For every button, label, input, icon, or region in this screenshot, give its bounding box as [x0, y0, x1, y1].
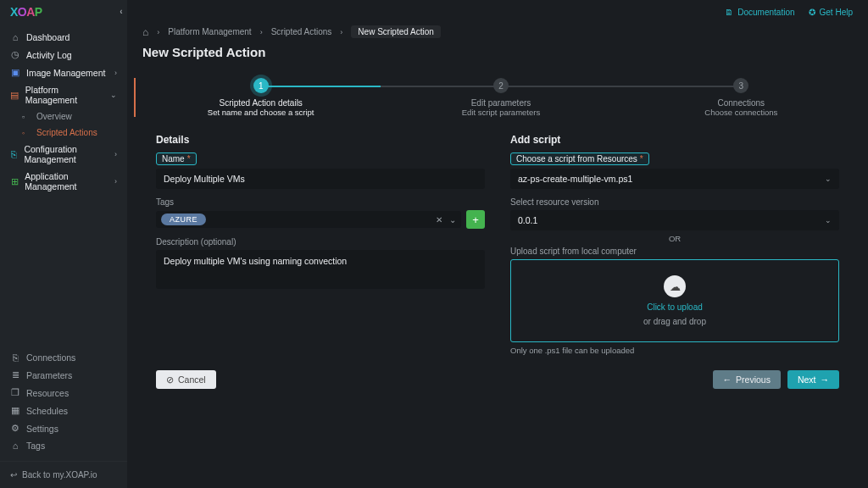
step-subtitle: Edit script parameters	[462, 108, 540, 117]
chevron-down-icon[interactable]: ⌄	[449, 215, 456, 225]
sidebar-item-tags[interactable]: ⌂Tags	[0, 437, 127, 454]
tag-icon: ⌂	[10, 441, 20, 451]
chevron-right-icon: ›	[114, 150, 117, 158]
details-column: Details Name* Tags AZURE ✕ ⌄ + Descripti…	[156, 129, 485, 355]
upload-label: Upload script from local computer	[510, 247, 839, 256]
tags-label: Tags	[156, 197, 485, 207]
sidebar-item-label: Activity Log	[26, 50, 72, 60]
form-content: Details Name* Tags AZURE ✕ ⌄ + Descripti…	[127, 122, 868, 355]
arrow-left-icon: ←	[723, 374, 732, 385]
home-icon: ⌂	[10, 32, 20, 42]
name-label: Name*	[156, 152, 197, 165]
sidebar: XOAP ‹ ⌂Dashboard ◷Activity Log ▣Image M…	[0, 0, 127, 488]
sidebar-item-image-mgmt[interactable]: ▣Image Management›	[0, 64, 127, 81]
dot-icon: ▫	[22, 113, 31, 121]
upload-hint: Only one .ps1 file can be uploaded	[510, 346, 839, 355]
step-title: Edit parameters	[471, 98, 531, 108]
script-select[interactable]: az-ps-create-multiple-vm.ps1 ⌄	[510, 169, 839, 189]
sidebar-item-label: Configuration Management	[24, 144, 108, 164]
sidebar-item-parameters[interactable]: ≣Parameters	[0, 366, 127, 384]
sidebar-sub-scripted-actions[interactable]: ◦Scripted Actions	[0, 125, 127, 141]
sidebar-item-connections[interactable]: ⎘Connections	[0, 349, 127, 366]
platform-icon: ▤	[10, 90, 19, 101]
sidebar-item-label: Tags	[26, 441, 45, 451]
tag-chip[interactable]: AZURE	[161, 214, 206, 225]
tags-input[interactable]: AZURE ✕ ⌄	[156, 211, 461, 228]
docs-link[interactable]: 🗎Documentation	[725, 8, 794, 17]
next-button[interactable]: Next→	[787, 370, 839, 389]
version-label: Select resource version	[510, 197, 839, 207]
list-icon: ≣	[10, 369, 20, 380]
main: 🗎Documentation ✪Get Help ⌂ › Platform Ma…	[127, 0, 868, 488]
or-divider: OR	[510, 234, 839, 243]
stepper: 1 Scripted Action details Set name and c…	[134, 78, 861, 117]
cube-icon: ❐	[10, 387, 20, 398]
config-icon: ⎘	[10, 149, 18, 159]
step-number: 2	[493, 78, 509, 93]
step-1[interactable]: 1 Scripted Action details Set name and c…	[141, 78, 381, 117]
clear-icon[interactable]: ✕	[436, 215, 442, 225]
help-link[interactable]: ✪Get Help	[809, 8, 853, 17]
tags-row: AZURE ✕ ⌄ +	[156, 210, 485, 229]
sidebar-item-activity[interactable]: ◷Activity Log	[0, 46, 127, 64]
add-tag-button[interactable]: +	[466, 210, 485, 229]
topbar: 🗎Documentation ✪Get Help	[127, 0, 868, 24]
script-column: Add script Choose a script from Resource…	[510, 129, 839, 355]
script-heading: Add script	[510, 134, 839, 146]
step-3[interactable]: 3 Connections Choose connections	[621, 78, 861, 117]
crumb-scripted[interactable]: Scripted Actions	[271, 27, 332, 36]
step-subtitle: Choose connections	[704, 108, 777, 117]
crumb-current: New Scripted Action	[351, 25, 441, 38]
sidebar-item-dashboard[interactable]: ⌂Dashboard	[0, 29, 127, 46]
sidebar-item-label: Dashboard	[26, 32, 70, 42]
upload-click-text: Click to upload	[647, 302, 703, 312]
back-icon: ↩	[10, 470, 17, 480]
step-number: 1	[253, 78, 269, 93]
name-input[interactable]	[156, 169, 485, 189]
doc-icon: 🗎	[725, 8, 733, 17]
collapse-icon[interactable]: ‹	[120, 7, 122, 16]
footer-actions: ⊘Cancel ←Previous Next→	[127, 355, 868, 389]
primary-nav: ⌂Dashboard ◷Activity Log ▣Image Manageme…	[0, 24, 127, 195]
sidebar-item-settings[interactable]: ⚙Settings	[0, 419, 127, 437]
back-link[interactable]: ↩Back to my.XOAP.io	[0, 461, 127, 488]
choose-script-label: Choose a script from Resources*	[510, 152, 649, 165]
sidebar-sub-overview[interactable]: ▫Overview	[0, 108, 127, 125]
chevron-right-icon: ›	[157, 28, 159, 36]
sidebar-item-label: Connections	[26, 352, 75, 363]
sidebar-item-label: Settings	[26, 424, 58, 434]
back-label: Back to my.XOAP.io	[22, 470, 97, 480]
step-title: Scripted Action details	[219, 98, 302, 108]
app-icon: ⊞	[10, 176, 19, 187]
sidebar-item-resources[interactable]: ❐Resources	[0, 384, 127, 402]
previous-button[interactable]: ←Previous	[713, 370, 781, 389]
script-value: az-ps-create-multiple-vm.ps1	[518, 174, 632, 184]
sidebar-item-label: Parameters	[26, 370, 72, 380]
sidebar-item-config-mgmt[interactable]: ⎘Configuration Management›	[0, 141, 127, 168]
step-2[interactable]: 2 Edit parameters Edit script parameters	[381, 78, 620, 117]
crumb-platform[interactable]: Platform Management	[168, 27, 251, 36]
sidebar-item-schedules[interactable]: ▦Schedules	[0, 402, 127, 419]
sidebar-item-label: Overview	[36, 112, 72, 121]
step-title: Connections	[718, 98, 765, 108]
sidebar-item-label: Platform Management	[25, 85, 104, 105]
sidebar-item-platform-mgmt[interactable]: ▤Platform Management⌄	[0, 81, 127, 108]
clock-icon: ◷	[10, 49, 20, 60]
brand-logo: XOAP ‹	[0, 0, 127, 24]
chevron-right-icon: ›	[114, 177, 117, 186]
details-heading: Details	[156, 134, 485, 146]
version-select[interactable]: 0.0.1 ⌄	[510, 210, 839, 230]
home-icon[interactable]: ⌂	[142, 26, 148, 38]
sidebar-item-app-mgmt[interactable]: ⊞Application Management›	[0, 168, 127, 195]
cancel-button[interactable]: ⊘Cancel	[156, 370, 216, 389]
upload-icon: ☁	[664, 275, 686, 297]
breadcrumb: ⌂ › Platform Management › Scripted Actio…	[127, 24, 868, 43]
sidebar-item-label: Scripted Actions	[36, 128, 97, 137]
description-label: Description (optional)	[156, 237, 485, 247]
help-icon: ✪	[809, 8, 815, 17]
dot-icon: ◦	[22, 129, 31, 137]
gear-icon: ⚙	[10, 423, 20, 434]
description-input[interactable]: Deploy multiple VM's using naming convec…	[156, 250, 485, 289]
arrow-right-icon: →	[821, 374, 830, 385]
upload-dropzone[interactable]: ☁ Click to upload or drag and drop	[510, 259, 839, 342]
